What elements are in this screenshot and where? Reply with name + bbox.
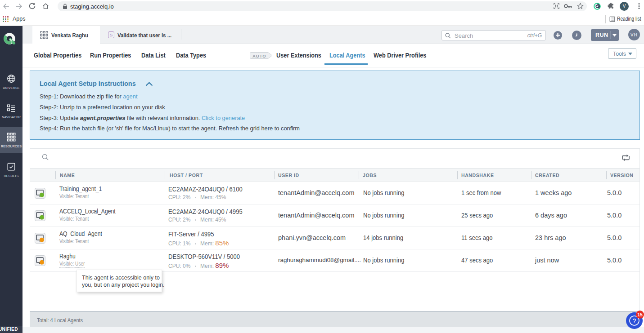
svg-text:?: ?	[633, 317, 636, 324]
